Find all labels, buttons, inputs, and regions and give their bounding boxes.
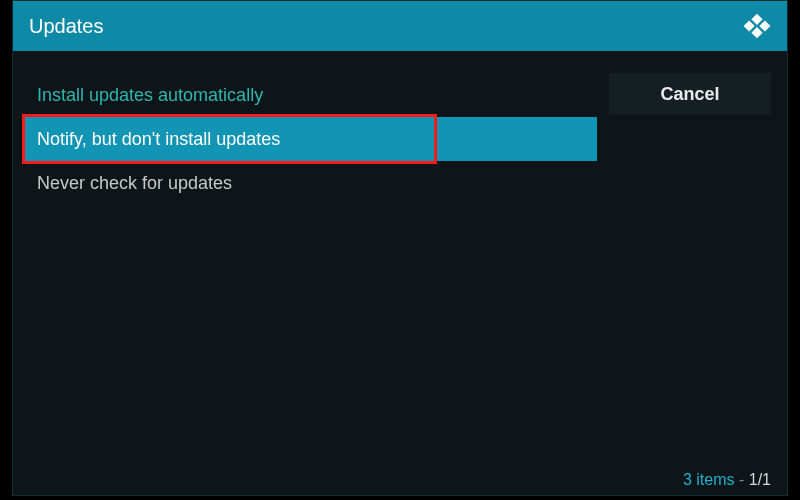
cancel-button[interactable]: Cancel <box>609 73 771 115</box>
side-panel: Cancel <box>609 73 771 465</box>
kodi-logo-icon <box>743 12 771 40</box>
footer-status: 3 items - 1/1 <box>683 471 771 489</box>
option-notify-only[interactable]: Notify, but don't install updates <box>23 117 597 161</box>
item-count: 3 items <box>683 471 735 488</box>
dialog-body: Install updates automatically Notify, bu… <box>13 51 787 465</box>
footer-separator: - <box>735 471 749 488</box>
dialog-title: Updates <box>29 15 104 38</box>
options-list: Install updates automatically Notify, bu… <box>23 73 597 465</box>
dialog-header: Updates <box>13 1 787 51</box>
option-never-check[interactable]: Never check for updates <box>23 161 597 205</box>
updates-dialog: Updates Install updates automatically No… <box>12 0 788 496</box>
page-indicator: 1/1 <box>749 471 771 488</box>
option-install-automatically[interactable]: Install updates automatically <box>23 73 597 117</box>
